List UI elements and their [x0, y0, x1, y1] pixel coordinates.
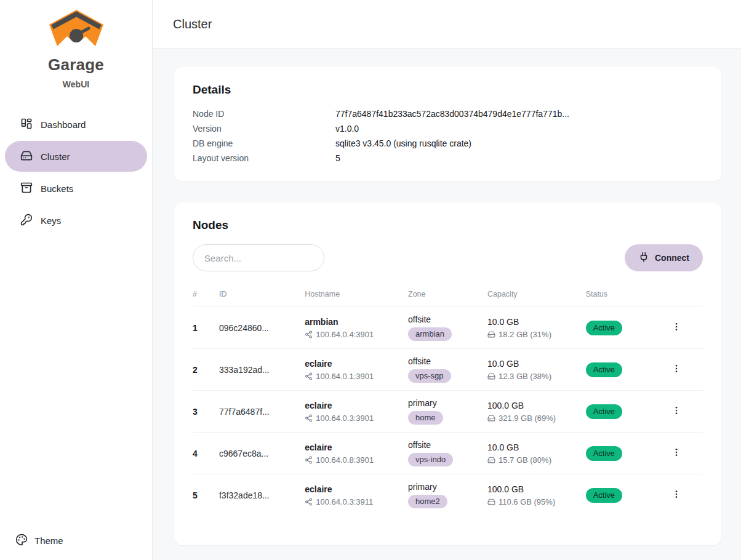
hard-drive-icon	[20, 150, 33, 164]
share-icon	[305, 330, 313, 338]
node-status-cell: Active	[586, 433, 665, 474]
node-status-cell: Active	[586, 474, 665, 516]
status-badge: Active	[586, 404, 622, 419]
node-hostname-cell: eclaire 100.64.0.1:3901	[305, 349, 408, 391]
node-capacity-cell: 100.0 GB 110.6 GB (95%)	[487, 474, 586, 516]
node-used-line: 18.2 GB (31%)	[487, 330, 586, 339]
row-menu-button[interactable]	[665, 487, 687, 503]
row-menu-button[interactable]	[665, 445, 687, 462]
node-zone-cell: primary home2	[408, 474, 487, 516]
node-capacity: 10.0 GB	[487, 317, 586, 327]
node-used-line: 110.6 GB (95%)	[487, 497, 586, 506]
col-header-capacity: Capacity	[487, 286, 586, 307]
drive-icon	[487, 456, 495, 464]
col-header-hostname: Hostname	[305, 286, 408, 307]
more-vertical-icon	[671, 364, 681, 374]
logo: Garage WebUI	[0, 0, 152, 89]
share-icon	[305, 456, 313, 464]
page-title: Cluster	[173, 17, 212, 31]
more-vertical-icon	[671, 489, 681, 499]
detail-label: Version	[193, 121, 335, 136]
node-zone-tag: vps-sgp	[408, 369, 451, 383]
node-index: 1	[193, 307, 219, 349]
status-badge: Active	[586, 488, 622, 503]
node-menu-cell	[665, 307, 703, 349]
node-zone-cell: offsite armbian	[408, 307, 487, 349]
node-zone-tag: armbian	[408, 327, 452, 341]
more-vertical-icon	[671, 406, 681, 415]
node-hostname-cell: eclaire 100.64.0.8:3901	[305, 433, 408, 474]
sidebar-item-dashboard[interactable]: Dashboard	[5, 109, 147, 140]
sidebar-item-keys[interactable]: Keys	[5, 205, 147, 236]
node-capacity-cell: 10.0 GB 12.3 GB (38%)	[487, 349, 586, 391]
nodes-table-head: # ID Hostname Zone Capacity Status	[193, 286, 703, 307]
node-hostname: eclaire	[305, 359, 408, 369]
search-input[interactable]	[193, 244, 324, 271]
garage-logo-icon	[47, 9, 106, 49]
node-hostname-cell: armbian 100.64.0.4:3901	[305, 307, 408, 349]
topbar: Cluster	[153, 0, 741, 49]
node-id: 333a192ad...	[219, 349, 305, 391]
node-address: 100.64.0.1:3901	[316, 372, 374, 381]
detail-value: 77f7a6487f41b233ac572ac83d00374b479d4e1e…	[335, 106, 569, 121]
status-badge: Active	[586, 362, 622, 377]
nodes-table: # ID Hostname Zone Capacity Status	[193, 286, 703, 516]
drive-icon	[487, 414, 495, 422]
node-hostname-cell: eclaire 100.64.0.3:3911	[305, 474, 408, 516]
node-id: f3f32ade18...	[219, 474, 305, 516]
drive-icon	[487, 372, 495, 380]
detail-label: Layout version	[193, 151, 335, 166]
content: Details Node ID 77f7a6487f41b233ac572ac8…	[153, 49, 741, 560]
sidebar-item-buckets[interactable]: Buckets	[5, 173, 147, 204]
node-menu-cell	[665, 433, 703, 474]
node-hostname: armbian	[305, 317, 408, 327]
node-capacity-cell: 100.0 GB 321.9 GB (69%)	[487, 391, 586, 433]
node-zone-cell: offsite vps-sgp	[408, 349, 487, 391]
node-menu-cell	[665, 474, 703, 516]
row-menu-button[interactable]	[665, 403, 687, 420]
node-zone: offsite	[408, 314, 487, 324]
node-address: 100.64.0.3:3901	[316, 414, 374, 423]
connect-label: Connect	[655, 253, 689, 263]
node-zone: primary	[408, 482, 487, 492]
node-capacity: 10.0 GB	[487, 359, 586, 369]
node-menu-cell	[665, 349, 703, 391]
node-used-line: 321.9 GB (69%)	[487, 414, 586, 423]
node-capacity: 100.0 GB	[487, 484, 586, 494]
details-title: Details	[193, 83, 703, 97]
node-used: 15.7 GB (80%)	[499, 455, 551, 465]
drive-icon	[487, 498, 495, 506]
key-icon	[20, 214, 33, 228]
connect-button[interactable]: Connect	[625, 244, 703, 271]
row-menu-button[interactable]	[665, 319, 687, 336]
more-vertical-icon	[671, 322, 681, 332]
col-header-zone: Zone	[408, 286, 487, 307]
share-icon	[305, 414, 313, 422]
node-zone-tag: home2	[408, 495, 447, 508]
theme-button[interactable]: Theme	[15, 534, 63, 548]
detail-row: DB engine sqlite3 v3.45.0 (using rusqlit…	[193, 136, 703, 151]
node-address: 100.64.0.3:3911	[316, 497, 373, 506]
node-hostname-cell: eclaire 100.64.0.3:3901	[305, 391, 408, 433]
sidebar-item-cluster[interactable]: Cluster	[5, 141, 147, 172]
status-badge: Active	[586, 446, 622, 461]
node-zone: offsite	[408, 440, 487, 450]
node-capacity-cell: 10.0 GB 18.2 GB (31%)	[487, 307, 586, 349]
node-address-line: 100.64.0.3:3901	[305, 414, 408, 423]
node-id: 77f7a6487f...	[219, 391, 305, 433]
node-zone-tag: vps-indo	[408, 453, 453, 466]
col-header-menu	[665, 286, 703, 307]
node-capacity: 100.0 GB	[487, 401, 586, 410]
detail-value: sqlite3 v3.45.0 (using rusqlite crate)	[335, 136, 471, 151]
node-status-cell: Active	[586, 307, 665, 349]
node-status-cell: Active	[586, 391, 665, 433]
dashboard-icon	[20, 118, 33, 132]
sidebar-item-label: Dashboard	[41, 119, 86, 130]
node-capacity: 10.0 GB	[487, 442, 586, 452]
row-menu-button[interactable]	[665, 361, 687, 378]
sidebar-nav: Dashboard Cluster Buckets Keys	[0, 109, 152, 236]
table-row: 3 77f7a6487f... eclaire 100.64.0.3:3901	[193, 391, 703, 433]
details-rows: Node ID 77f7a6487f41b233ac572ac83d00374b…	[193, 106, 703, 166]
detail-row: Node ID 77f7a6487f41b233ac572ac83d00374b…	[193, 106, 703, 121]
node-used: 18.2 GB (31%)	[499, 330, 551, 339]
